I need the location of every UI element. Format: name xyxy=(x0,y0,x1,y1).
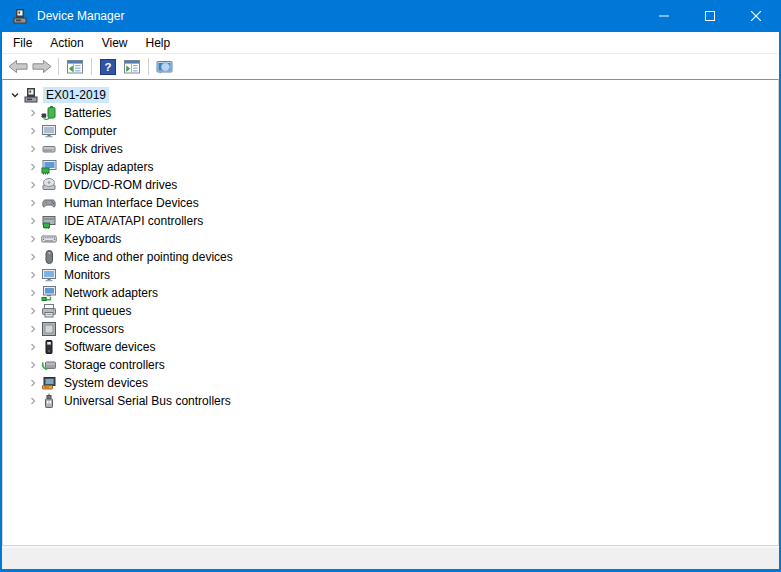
window-title: Device Manager xyxy=(37,9,124,23)
tree-item[interactable]: Monitors xyxy=(3,266,778,284)
monitor-icon xyxy=(41,267,57,283)
tree-item[interactable]: Processors xyxy=(3,320,778,338)
tree-item-label: Keyboards xyxy=(61,231,124,247)
tree-item-label: Processors xyxy=(61,321,127,337)
device-manager-icon xyxy=(12,8,28,24)
toolbar-show-hide-console-tree-button[interactable] xyxy=(63,56,87,78)
tree-item[interactable]: System devices xyxy=(3,374,778,392)
hid-icon xyxy=(41,195,57,211)
tree-item-label: Storage controllers xyxy=(61,357,168,373)
close-icon xyxy=(751,11,761,21)
device-tree: EX01-2019BatteriesComputerDisk drivesDis… xyxy=(2,79,779,546)
chevron-right-icon[interactable] xyxy=(25,177,41,193)
toolbar-separator xyxy=(58,58,59,75)
tree-item-label: Universal Serial Bus controllers xyxy=(61,393,234,409)
tree-item-label: Software devices xyxy=(61,339,158,355)
toolbar-back-button[interactable] xyxy=(6,56,30,78)
tree-item[interactable]: Batteries xyxy=(3,104,778,122)
action-pane-icon xyxy=(124,59,140,75)
print-queue-icon xyxy=(41,303,57,319)
tree-item[interactable]: Network adapters xyxy=(3,284,778,302)
battery-icon xyxy=(41,105,57,121)
chevron-right-icon[interactable] xyxy=(25,357,41,373)
system-device-icon xyxy=(41,375,57,391)
tree-item[interactable]: EX01-2019 xyxy=(3,86,778,104)
statusbar xyxy=(2,546,779,569)
toolbar-forward-button[interactable] xyxy=(30,56,54,78)
computer-icon xyxy=(41,123,57,139)
menu-view[interactable]: View xyxy=(93,33,137,53)
toolbar-help-button[interactable]: ? xyxy=(96,56,120,78)
tree-item-label: EX01-2019 xyxy=(43,87,109,103)
help-icon: ? xyxy=(100,59,116,75)
device-manager-window: Device Manager FileActionViewHelp ? EX01… xyxy=(0,0,781,572)
tree-item[interactable]: Universal Serial Bus controllers xyxy=(3,392,778,410)
tree-item[interactable]: Keyboards xyxy=(3,230,778,248)
chevron-right-icon[interactable] xyxy=(25,285,41,301)
tree-item-label: Batteries xyxy=(61,105,114,121)
chevron-right-icon[interactable] xyxy=(25,303,41,319)
toolbar: ? xyxy=(2,54,779,79)
tree-item[interactable]: Disk drives xyxy=(3,140,778,158)
titlebar: Device Manager xyxy=(2,0,779,32)
toolbar-separator xyxy=(148,58,149,75)
network-adapter-icon xyxy=(41,285,57,301)
menu-help[interactable]: Help xyxy=(137,33,180,53)
tree-item-label: Human Interface Devices xyxy=(61,195,202,211)
toolbar-scan-for-hardware-changes-button[interactable] xyxy=(153,56,177,78)
tree-item-label: Mice and other pointing devices xyxy=(61,249,236,265)
tree-item[interactable]: Mice and other pointing devices xyxy=(3,248,778,266)
tree-item-label: Print queues xyxy=(61,303,134,319)
tree-item-label: Computer xyxy=(61,123,120,139)
chevron-right-icon[interactable] xyxy=(25,267,41,283)
chevron-down-icon[interactable] xyxy=(7,87,23,103)
forward-arrow-icon xyxy=(32,59,52,74)
tree-item[interactable]: IDE ATA/ATAPI controllers xyxy=(3,212,778,230)
chevron-right-icon[interactable] xyxy=(25,393,41,409)
tree-item[interactable]: Display adapters xyxy=(3,158,778,176)
ide-controller-icon xyxy=(41,213,57,229)
tree-item[interactable]: Computer xyxy=(3,122,778,140)
close-button[interactable] xyxy=(733,0,779,32)
menu-file[interactable]: File xyxy=(4,33,41,53)
chevron-right-icon[interactable] xyxy=(25,213,41,229)
tree-item-label: Display adapters xyxy=(61,159,156,175)
usb-controller-icon xyxy=(41,393,57,409)
chevron-right-icon[interactable] xyxy=(25,375,41,391)
chevron-right-icon[interactable] xyxy=(25,339,41,355)
maximize-icon xyxy=(705,11,715,21)
tree-item-label: IDE ATA/ATAPI controllers xyxy=(61,213,206,229)
tree-item[interactable]: DVD/CD-ROM drives xyxy=(3,176,778,194)
tree-item-label: System devices xyxy=(61,375,151,391)
svg-text:?: ? xyxy=(104,61,111,73)
chevron-right-icon[interactable] xyxy=(25,195,41,211)
tree-item[interactable]: Print queues xyxy=(3,302,778,320)
tree-item[interactable]: Human Interface Devices xyxy=(3,194,778,212)
chevron-right-icon[interactable] xyxy=(25,231,41,247)
console-tree-icon xyxy=(67,59,83,75)
chevron-right-icon[interactable] xyxy=(25,159,41,175)
display-adapter-icon xyxy=(41,159,57,175)
mouse-icon xyxy=(41,249,57,265)
chevron-right-icon[interactable] xyxy=(25,141,41,157)
software-device-icon xyxy=(41,339,57,355)
tree-item[interactable]: Storage controllers xyxy=(3,356,778,374)
toolbar-separator xyxy=(91,58,92,75)
toolbar-show-hide-action-pane-button[interactable] xyxy=(120,56,144,78)
tree-item[interactable]: Software devices xyxy=(3,338,778,356)
chevron-right-icon[interactable] xyxy=(25,105,41,121)
back-arrow-icon xyxy=(8,59,28,74)
menu-action[interactable]: Action xyxy=(41,33,92,53)
chevron-right-icon[interactable] xyxy=(25,249,41,265)
maximize-button[interactable] xyxy=(687,0,733,32)
processor-icon xyxy=(41,321,57,337)
chevron-right-icon[interactable] xyxy=(25,123,41,139)
dvd-drive-icon xyxy=(41,177,57,193)
tree-item-label: DVD/CD-ROM drives xyxy=(61,177,180,193)
chevron-right-icon[interactable] xyxy=(25,321,41,337)
minimize-icon xyxy=(659,11,669,21)
tree-item-label: Disk drives xyxy=(61,141,126,157)
minimize-button[interactable] xyxy=(641,0,687,32)
tree-item-label: Monitors xyxy=(61,267,113,283)
menubar: FileActionViewHelp xyxy=(2,32,779,54)
